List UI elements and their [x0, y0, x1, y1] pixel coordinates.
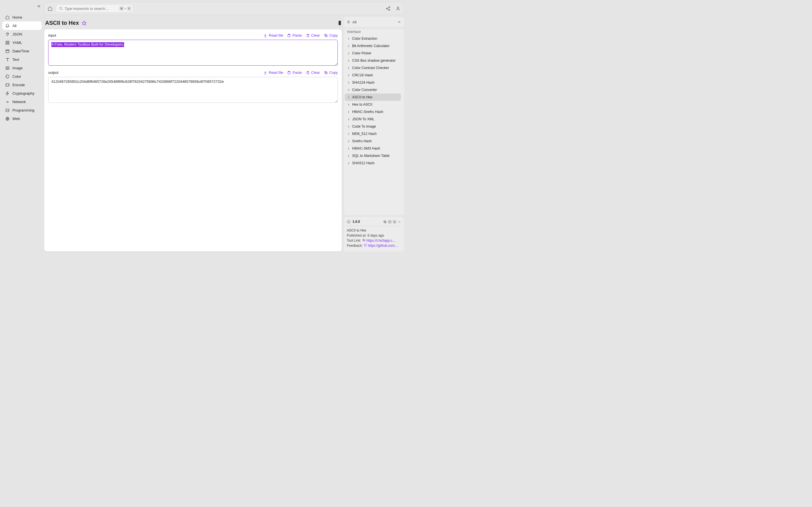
tool-list-item[interactable]: JSON To XML: [345, 115, 401, 123]
svg-rect-0: [6, 41, 7, 42]
tool-list: InterfaceColor ExtractionBit Arithmetic …: [344, 29, 404, 215]
home-icon: [5, 15, 10, 19]
tool-list-item[interactable]: CSS Box shadow generator: [345, 57, 401, 64]
output-textarea[interactable]: [48, 77, 338, 103]
chevron-down-icon: [397, 20, 401, 24]
sidebar-item-label: All: [12, 24, 16, 28]
tool-info-card: 1.0.0 ASCII to Hex Published at: 6 days …: [344, 217, 404, 251]
sidebar-item-web[interactable]: Web: [2, 114, 42, 123]
tool-list-item-label: CRC16 Hash: [352, 73, 373, 77]
info-feedback-value[interactable]: https://github.com/…: [368, 244, 399, 247]
output-clear-button[interactable]: Clear: [306, 70, 320, 75]
input-clear-button[interactable]: Clear: [306, 33, 320, 38]
tool-list-item[interactable]: Bit Arithmetic Calculator: [345, 42, 401, 50]
pin-icon: [347, 81, 350, 84]
sidebar-item-label: Network: [12, 100, 26, 104]
tool-list-item-label: CSS Box shadow generator: [352, 59, 396, 62]
sidebar-item-cryptography[interactable]: Cryptography: [2, 89, 42, 98]
chevron-down-icon[interactable]: [398, 220, 401, 224]
sidebar-collapse-button[interactable]: [37, 4, 41, 8]
globe-icon: [5, 116, 10, 121]
info-icon: [347, 220, 351, 224]
check-icon[interactable]: [393, 220, 396, 224]
pin-icon: [347, 74, 350, 77]
tool-filter-dropdown[interactable]: All: [344, 17, 404, 27]
sidebar-item-text[interactable]: Text: [2, 55, 42, 64]
tool-list-item[interactable]: Color Extraction: [345, 35, 401, 42]
output-paste-button[interactable]: Paste: [287, 70, 302, 75]
tool-list-item[interactable]: Hex to ASCII: [345, 101, 401, 108]
sidebar-item-programming[interactable]: Programming: [2, 106, 42, 114]
tool-list-item[interactable]: CRC16 Hash: [345, 71, 401, 79]
sidebar-item-image[interactable]: Image: [2, 64, 42, 72]
tool-list-item[interactable]: HMAC-Snefru Hash: [345, 108, 401, 115]
tool-list-item[interactable]: Color Picker: [345, 50, 401, 57]
sidebar-item-network[interactable]: Network: [2, 98, 42, 106]
input-copy-button[interactable]: Copy: [324, 33, 338, 38]
bell-icon: [5, 23, 10, 28]
sidebar-item-encode[interactable]: Encode: [2, 80, 42, 89]
output-copy-button[interactable]: Copy: [324, 70, 338, 75]
tool-list-item-label: SHA224 Hash: [352, 80, 374, 84]
tool-list-item[interactable]: Snefru Hash: [345, 137, 401, 145]
output-label: output: [48, 70, 58, 75]
favorite-button[interactable]: [82, 20, 87, 25]
sidebar-item-datetime[interactable]: Date/Time: [2, 47, 42, 55]
zap-icon: [5, 91, 10, 96]
output-read-file-button[interactable]: Read file: [263, 70, 283, 75]
search-input-wrap[interactable]: ⌘ + K: [56, 4, 133, 13]
tool-version: 1.0.0: [352, 220, 360, 224]
svg-rect-2: [6, 43, 7, 44]
info-toollink-label: Tool Link:: [347, 238, 361, 242]
main-wrap: ⌘ + K ASCII to Hex: [44, 0, 406, 253]
calendar-icon: [5, 49, 10, 53]
copy-icon[interactable]: [383, 220, 387, 224]
tool-list-item-label: HMAC-SM3 Hash: [352, 147, 380, 151]
share-icon[interactable]: [386, 6, 391, 11]
input-read-file-button[interactable]: Read file: [263, 33, 283, 38]
sidebar-item-home[interactable]: Home: [2, 13, 42, 21]
user-icon[interactable]: [396, 6, 400, 11]
input-label: input: [48, 33, 56, 38]
sidebar-item-color[interactable]: Color: [2, 72, 42, 80]
pin-icon: [347, 132, 350, 135]
layout-toggle-button[interactable]: [340, 21, 341, 25]
svg-rect-4: [6, 50, 9, 53]
pin-icon: [347, 96, 350, 99]
tool-list-item-label: HMAC-Snefru Hash: [352, 110, 383, 114]
plug-icon: [5, 32, 10, 36]
sidebar-item-yaml[interactable]: YAML: [2, 38, 42, 47]
tool-list-item-label: Code To Image: [352, 124, 376, 128]
info-feedback-label: Feedback:: [347, 244, 363, 247]
sidebar-item-json[interactable]: JSON: [2, 30, 42, 38]
tool-list-item-label: Color Picker: [352, 51, 371, 55]
input-paste-button[interactable]: Paste: [287, 33, 302, 38]
pin-icon: [347, 140, 350, 143]
tool-list-item[interactable]: SHA224 Hash: [345, 79, 401, 86]
globe-icon[interactable]: [388, 220, 392, 224]
sidebar-item-all[interactable]: All: [2, 21, 42, 30]
tool-list-item[interactable]: Color Converter: [345, 86, 401, 94]
pin-icon: [347, 110, 350, 114]
search-icon: [59, 6, 63, 10]
info-published-label: Published at:: [347, 233, 366, 237]
tool-list-item[interactable]: MD6_512 Hash: [345, 130, 401, 137]
search-input[interactable]: [64, 6, 117, 11]
tool-list-item-label: MD6_512 Hash: [352, 132, 377, 136]
tool-list-item[interactable]: Code To Image: [345, 123, 401, 130]
wifi-icon: [5, 100, 10, 104]
info-toollink-value[interactable]: https://t.he3app.co…: [366, 238, 398, 242]
tool-list-item-label: ASCII to Hex: [352, 95, 372, 99]
input-textarea[interactable]: [48, 40, 338, 66]
svg-point-11: [59, 7, 62, 9]
tool-list-item[interactable]: Color Contrast Checker: [345, 64, 401, 71]
tool-list-item-truncated[interactable]: Interface: [345, 30, 401, 35]
tool-list-item[interactable]: SQL to Markdown Table: [345, 152, 401, 159]
text-icon: [5, 57, 10, 62]
topbar-home-button[interactable]: [48, 6, 52, 11]
tool-list-item[interactable]: ASCII to Hex: [345, 94, 401, 101]
image-icon: [5, 66, 10, 70]
pin-icon: [347, 154, 350, 158]
tool-list-item[interactable]: SHA512 Hash: [345, 159, 401, 167]
tool-list-item[interactable]: HMAC-SM3 Hash: [345, 145, 401, 152]
